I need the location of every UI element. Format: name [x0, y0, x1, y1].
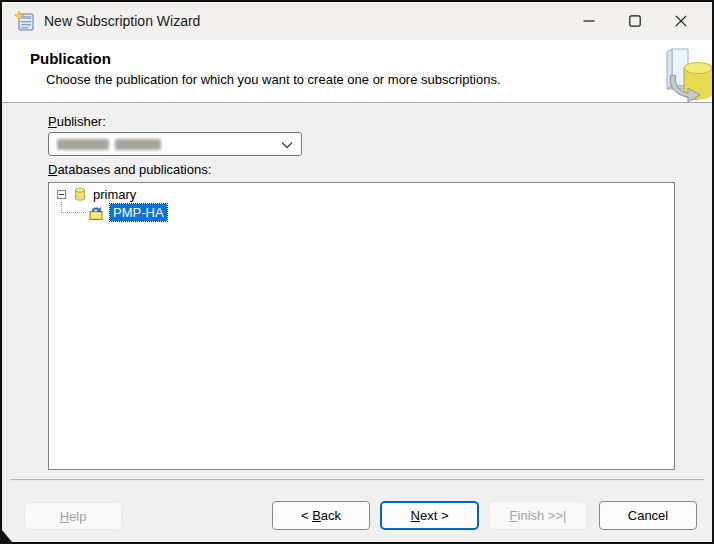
minimize-button[interactable] [566, 2, 612, 40]
publisher-label: Publisher: [48, 114, 106, 129]
titlebar[interactable]: New Subscription Wizard [2, 2, 712, 40]
tree-connector-line [61, 212, 86, 213]
help-button[interactable]: Help [24, 502, 122, 530]
maximize-icon [629, 15, 641, 27]
new-subscription-wizard-dialog: New Subscription Wizard Publication [0, 0, 714, 544]
maximize-button[interactable] [612, 2, 658, 40]
close-icon [675, 15, 687, 27]
subscription-book-database-icon [662, 46, 712, 103]
page-description: Choose the publication for which you wan… [46, 72, 501, 87]
cancel-button[interactable]: Cancel [599, 501, 697, 530]
tree-node-pmp-ha[interactable]: PMP-HA [88, 204, 167, 221]
close-button[interactable] [658, 2, 704, 40]
back-button[interactable]: < Back [272, 501, 370, 530]
window-title: New Subscription Wizard [44, 13, 200, 29]
page-title: Publication [30, 50, 111, 67]
chevron-down-icon [281, 140, 293, 150]
publisher-redacted-value [57, 139, 161, 150]
tree-label-pmp-ha[interactable]: PMP-HA [110, 204, 167, 221]
minimize-icon [583, 15, 595, 27]
database-icon [72, 186, 88, 202]
wizard-step-header: Publication Choose the publication for w… [2, 40, 712, 103]
databases-publications-label: Databases and publications: [48, 162, 211, 177]
publication-icon [88, 205, 105, 221]
mouse-cursor-artifact [2, 530, 12, 542]
wizard-document-icon [14, 10, 36, 32]
footer-separator [10, 479, 704, 481]
databases-publications-tree[interactable]: primary PMP-HA [48, 182, 675, 470]
next-button[interactable]: Next > [380, 501, 479, 530]
tree-node-primary[interactable]: primary [57, 186, 136, 202]
finish-button[interactable]: Finish >>| [489, 501, 587, 530]
collapse-expander-icon[interactable] [57, 190, 66, 199]
tree-label-primary[interactable]: primary [93, 187, 136, 202]
publisher-dropdown[interactable] [48, 132, 302, 156]
